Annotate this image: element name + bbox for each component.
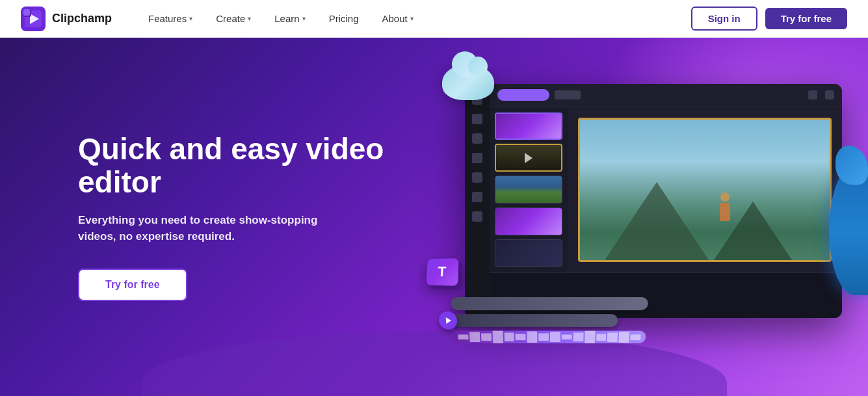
chevron-down-icon: ▾	[248, 15, 251, 22]
play-button-decoration	[438, 311, 458, 330]
editor-window	[465, 84, 842, 318]
brand-name: Clipchamp	[52, 12, 112, 25]
chevron-down-icon: ▾	[302, 15, 306, 22]
media-thumbnail	[495, 239, 562, 267]
sidebar-icon	[472, 172, 482, 183]
sidebar-icon	[472, 114, 482, 124]
topbar-icon	[825, 90, 834, 99]
nav-item-pricing[interactable]: Pricing	[319, 8, 369, 29]
topbar-icon	[808, 90, 817, 99]
svg-rect-4	[23, 9, 30, 16]
editor-topbar	[490, 84, 842, 107]
nav-item-learn[interactable]: Learn ▾	[264, 8, 315, 29]
topbar-element	[555, 90, 581, 99]
float-audio-track	[453, 330, 646, 343]
person-silhouette	[717, 192, 733, 225]
clipchamp-logo-icon	[21, 7, 46, 31]
media-thumbnail	[495, 176, 562, 204]
hero-subtitle: Everything you need to create show-stopp…	[78, 212, 351, 245]
sidebar-icon	[472, 153, 482, 163]
chevron-down-icon: ▾	[189, 15, 192, 22]
media-thumbnail	[495, 144, 562, 172]
media-thumbnail	[495, 112, 562, 140]
chevron-down-icon: ▾	[410, 15, 414, 22]
cloud-decoration	[442, 64, 494, 100]
editor-sidebar	[465, 84, 490, 318]
nav-menu: Features ▾ Create ▾ Learn ▾ Pricing Abou…	[138, 8, 691, 29]
signin-button[interactable]: Sign in	[691, 7, 757, 31]
preview-area	[568, 107, 842, 272]
float-track	[451, 297, 649, 310]
navbar-actions: Sign in Try for free	[691, 7, 847, 31]
hero-content: Quick and easy video editor Everything y…	[0, 133, 403, 300]
nav-item-create[interactable]: Create ▾	[205, 8, 261, 29]
hero-title: Quick and easy video editor	[78, 133, 403, 198]
nav-item-about[interactable]: About ▾	[371, 8, 423, 29]
media-panel	[490, 107, 568, 272]
media-thumbnail	[495, 207, 562, 235]
logo-link[interactable]: Clipchamp	[21, 7, 112, 31]
text-3d-decoration: T	[426, 258, 459, 286]
hero-visual: T	[413, 58, 868, 376]
float-timeline-decoration	[451, 297, 649, 343]
preview-frame	[578, 118, 832, 262]
float-track	[451, 314, 618, 327]
mountain-bg	[580, 176, 830, 260]
sidebar-icon	[472, 211, 482, 222]
hero-section: Quick and easy video editor Everything y…	[0, 38, 868, 396]
navbar: Clipchamp Features ▾ Create ▾ Learn ▾ Pr…	[0, 0, 868, 38]
tryfree-hero-button[interactable]: Try for free	[78, 269, 187, 301]
nav-item-features[interactable]: Features ▾	[138, 8, 203, 29]
sidebar-icon	[472, 133, 482, 144]
topbar-button	[497, 89, 549, 101]
tryfree-nav-button[interactable]: Try for free	[765, 8, 847, 29]
sidebar-icon	[472, 192, 482, 202]
